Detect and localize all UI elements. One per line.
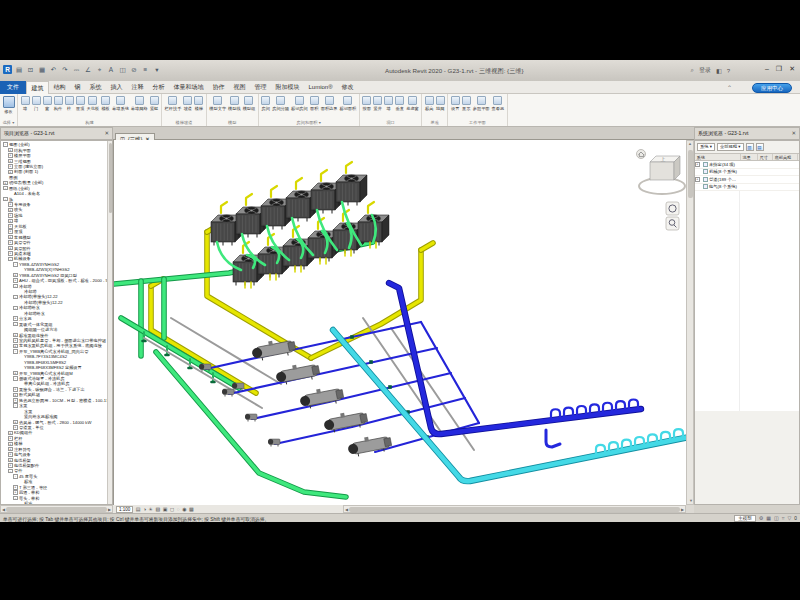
expander-icon[interactable]: + [8, 447, 13, 452]
search-icon[interactable]: ⌕ [691, 67, 694, 74]
thin-lines-icon[interactable]: ≡ [141, 65, 150, 74]
editable-only-icon[interactable]: ◫ [774, 515, 779, 522]
expander-icon[interactable]: + [8, 224, 13, 229]
discipline-filter-select[interactable]: 全部规程 ▾ [717, 143, 744, 151]
expander-icon[interactable]: - [13, 496, 18, 501]
close-button[interactable]: ✕ [789, 65, 795, 73]
expander-icon[interactable]: - [13, 262, 18, 267]
tool-坡道[interactable]: 坡道 [183, 96, 193, 111]
tab-结构[interactable]: 结构 [49, 81, 70, 94]
expander-icon[interactable]: + [8, 229, 13, 234]
app-store-icon[interactable]: ◧ [716, 67, 722, 74]
tab-钢[interactable]: 钢 [70, 81, 85, 94]
crop-view-icon[interactable]: ▣ [163, 505, 168, 513]
expander-icon[interactable]: + [8, 148, 13, 153]
project-browser-hscrollbar[interactable]: ◀▶ [0, 505, 113, 513]
design-options-icon[interactable]: ▦ [766, 515, 771, 522]
tool-墙[interactable]: 墙 [20, 96, 30, 111]
tool-房间分隔[interactable]: 房间分隔 [272, 96, 290, 111]
system-row[interactable]: +机械(8 个系统) [695, 169, 799, 177]
shadows-icon[interactable]: ▨ [156, 505, 161, 513]
tool-幕墙网格[interactable]: 幕墙网格 [130, 96, 148, 111]
expander-icon[interactable]: + [8, 219, 13, 224]
tool-模型线[interactable]: 模型线 [228, 96, 242, 111]
tool-标记面积[interactable]: 标记面积 [339, 96, 357, 111]
expander-icon[interactable]: + [13, 398, 18, 403]
column-header[interactable]: 尺寸 [758, 154, 773, 160]
scale-button[interactable]: 1:100 [116, 506, 133, 513]
tool-修改[interactable]: 修改 [2, 96, 15, 114]
ribbon-collapse-icon[interactable]: ⌃ [727, 84, 732, 91]
expander-icon[interactable]: + [13, 393, 18, 398]
tab-分析[interactable]: 分析 [148, 81, 169, 94]
tool-竖梃[interactable]: 竖梃 [149, 96, 159, 111]
column-settings-icon[interactable]: ▤ [756, 143, 764, 151]
tool-垂直[interactable]: 垂直 [395, 96, 405, 111]
tool-模型组[interactable]: 模型组 [242, 96, 256, 111]
expander-icon[interactable]: - [13, 295, 18, 300]
canvas-vscrollbar[interactable]: ▲▼ [686, 140, 694, 505]
navigation-bar[interactable] [666, 202, 679, 230]
expander-icon[interactable]: - [3, 142, 8, 147]
expander-icon[interactable]: + [8, 235, 13, 240]
text-icon[interactable]: A [107, 65, 116, 74]
tool-模型文字[interactable]: 模型文字 [209, 96, 227, 111]
expander-icon[interactable]: + [13, 485, 18, 490]
expander-icon[interactable]: + [13, 316, 18, 321]
close-icon[interactable]: ✕ [791, 128, 796, 139]
expander-icon[interactable]: - [13, 403, 18, 408]
tab-Lumion®[interactable]: Lumion® [304, 81, 337, 94]
expander-icon[interactable]: + [8, 251, 13, 256]
worksets-icon[interactable]: ⚙ [759, 515, 763, 522]
plugin-button[interactable]: 应用中心 [752, 83, 792, 93]
system-row[interactable]: +未指定(34 项) [695, 161, 799, 169]
tool-标记房间[interactable]: 标记房间 [290, 96, 308, 111]
revit-logo[interactable]: R [3, 65, 12, 74]
expander-icon[interactable]: + [8, 213, 13, 218]
minimize-button[interactable]: – [765, 65, 769, 73]
expander-icon[interactable]: + [13, 371, 18, 376]
expander-icon[interactable]: - [13, 474, 18, 479]
expander-icon[interactable]: - [13, 306, 18, 311]
3d-viewport[interactable]: 上 [113, 140, 686, 505]
tool-墙[interactable]: 墙 [384, 96, 394, 111]
tool-面积边界[interactable]: 面积边界 [320, 96, 338, 111]
tree-item[interactable]: +常规水泵机房机组 - 用于供水系统 - 底阀连接 [2, 343, 112, 348]
system-filter-select[interactable]: 系统 ▾ [697, 143, 715, 151]
expander-icon[interactable]: + [8, 458, 13, 463]
tool-天花板[interactable]: 天花板 [86, 96, 100, 111]
tab-视图[interactable]: 视图 [229, 81, 250, 94]
tool-竖井[interactable]: 竖井 [373, 96, 383, 111]
tool-窗[interactable]: 窗 [42, 96, 52, 111]
expander-icon[interactable]: - [13, 322, 18, 327]
expander-icon[interactable]: + [8, 246, 13, 251]
expander-icon[interactable]: + [8, 164, 13, 169]
analytical-icon[interactable]: ▩ [189, 505, 194, 513]
expander-icon[interactable]: + [13, 387, 18, 392]
file-menu-icon[interactable]: ▤ [15, 65, 24, 74]
tool-构件[interactable]: 构件 [53, 96, 63, 111]
expander-icon[interactable]: + [8, 240, 13, 245]
select-links-icon[interactable]: ⌗ [782, 515, 785, 522]
system-row[interactable]: +管道(189 个… [695, 176, 799, 184]
tool-老虎窗[interactable]: 老虎窗 [406, 96, 420, 111]
expander-icon[interactable]: + [8, 452, 13, 457]
expander-icon[interactable]: + [13, 278, 18, 283]
visual-style-icon[interactable]: ◑ [143, 505, 146, 513]
expander-icon[interactable]: - [3, 186, 8, 191]
expander-icon[interactable]: - [8, 469, 13, 474]
3d-view-icon[interactable]: ◫ [118, 65, 127, 74]
tab-建筑[interactable]: 建筑 [26, 81, 49, 94]
tool-查看器[interactable]: 查看器 [491, 96, 505, 111]
tab-文件[interactable]: 文件 [0, 81, 26, 94]
column-header[interactable]: 底部高程 [773, 154, 798, 160]
expander-icon[interactable]: - [13, 349, 18, 354]
temporary-hide-icon[interactable]: ◌ [177, 505, 180, 513]
tree-item[interactable]: +AHU - 组合式 - 回风顶板 - 卧式 - 标准 - 2000 - 590 [2, 278, 112, 283]
reveal-hidden-icon[interactable]: ◉ [182, 505, 186, 513]
dimension-icon[interactable]: ⌖ [95, 65, 104, 74]
tool-幕墙系统[interactable]: 幕墙系统 [112, 96, 130, 111]
tool-楼板[interactable]: 楼板 [101, 96, 111, 111]
tab-附加模块[interactable]: 附加模块 [271, 81, 304, 94]
column-header[interactable]: 流量 [741, 154, 758, 160]
